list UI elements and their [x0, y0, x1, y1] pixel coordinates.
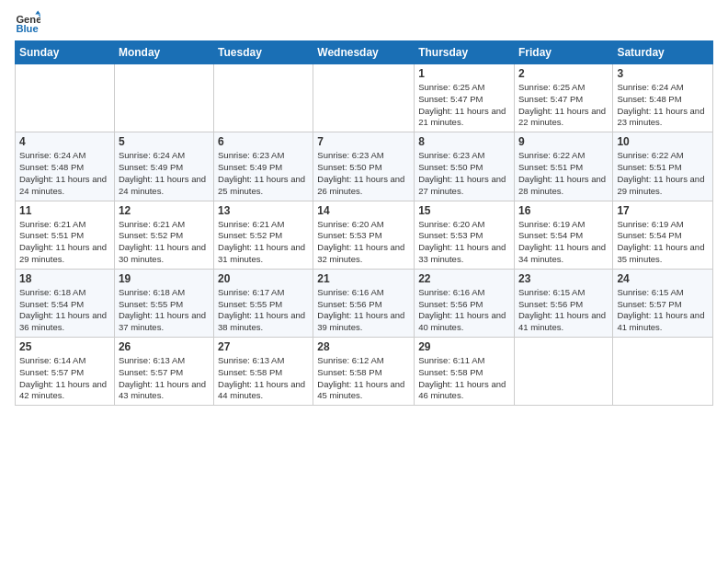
col-header-saturday: Saturday	[613, 41, 713, 64]
calendar-cell: 20Sunrise: 6:17 AM Sunset: 5:55 PM Dayli…	[214, 269, 313, 337]
calendar-cell: 7Sunrise: 6:23 AM Sunset: 5:50 PM Daylig…	[313, 132, 415, 201]
calendar-cell: 19Sunrise: 6:18 AM Sunset: 5:55 PM Dayli…	[114, 269, 213, 337]
calendar-week-4: 18Sunrise: 6:18 AM Sunset: 5:54 PM Dayli…	[16, 269, 713, 337]
day-number: 23	[518, 272, 609, 285]
calendar-cell: 15Sunrise: 6:20 AM Sunset: 5:53 PM Dayli…	[415, 201, 515, 269]
day-info: Sunrise: 6:13 AM Sunset: 5:57 PM Dayligh…	[119, 355, 210, 402]
calendar-cell: 3Sunrise: 6:24 AM Sunset: 5:48 PM Daylig…	[613, 64, 713, 132]
day-info: Sunrise: 6:22 AM Sunset: 5:51 PM Dayligh…	[617, 150, 709, 197]
day-number: 10	[617, 135, 709, 148]
logo: General Blue	[15, 9, 44, 35]
day-number: 22	[418, 272, 510, 285]
day-info: Sunrise: 6:18 AM Sunset: 5:54 PM Dayligh…	[19, 287, 110, 334]
svg-marker-2	[35, 10, 40, 14]
calendar-cell: 12Sunrise: 6:21 AM Sunset: 5:52 PM Dayli…	[114, 201, 213, 269]
calendar-cell	[16, 64, 115, 132]
calendar-cell: 23Sunrise: 6:15 AM Sunset: 5:56 PM Dayli…	[514, 269, 612, 337]
day-number: 13	[218, 204, 309, 217]
day-info: Sunrise: 6:23 AM Sunset: 5:50 PM Dayligh…	[317, 150, 410, 197]
day-number: 18	[19, 272, 110, 285]
day-info: Sunrise: 6:23 AM Sunset: 5:49 PM Dayligh…	[218, 150, 309, 197]
day-number: 11	[19, 204, 110, 217]
calendar-week-1: 1Sunrise: 6:25 AM Sunset: 5:47 PM Daylig…	[16, 64, 713, 132]
header: General Blue	[15, 9, 713, 35]
calendar-cell: 27Sunrise: 6:13 AM Sunset: 5:58 PM Dayli…	[214, 338, 313, 406]
day-number: 25	[19, 340, 110, 353]
day-info: Sunrise: 6:15 AM Sunset: 5:56 PM Dayligh…	[518, 287, 609, 334]
calendar-cell: 28Sunrise: 6:12 AM Sunset: 5:58 PM Dayli…	[313, 338, 415, 406]
logo-icon: General Blue	[15, 9, 40, 35]
day-info: Sunrise: 6:19 AM Sunset: 5:54 PM Dayligh…	[518, 219, 609, 266]
day-number: 26	[119, 340, 210, 353]
day-info: Sunrise: 6:21 AM Sunset: 5:51 PM Dayligh…	[19, 219, 110, 266]
calendar-cell: 14Sunrise: 6:20 AM Sunset: 5:53 PM Dayli…	[313, 201, 415, 269]
svg-text:Blue: Blue	[16, 23, 38, 34]
calendar-cell	[613, 338, 713, 406]
day-info: Sunrise: 6:25 AM Sunset: 5:47 PM Dayligh…	[518, 82, 609, 129]
calendar-table: SundayMondayTuesdayWednesdayThursdayFrid…	[15, 40, 713, 406]
calendar-cell: 9Sunrise: 6:22 AM Sunset: 5:51 PM Daylig…	[514, 132, 612, 201]
day-info: Sunrise: 6:21 AM Sunset: 5:52 PM Dayligh…	[119, 219, 210, 266]
col-header-thursday: Thursday	[415, 41, 515, 64]
day-info: Sunrise: 6:24 AM Sunset: 5:48 PM Dayligh…	[19, 150, 110, 197]
day-number: 16	[518, 204, 609, 217]
calendar-cell: 4Sunrise: 6:24 AM Sunset: 5:48 PM Daylig…	[16, 132, 115, 201]
calendar-cell: 24Sunrise: 6:15 AM Sunset: 5:57 PM Dayli…	[613, 269, 713, 337]
day-info: Sunrise: 6:19 AM Sunset: 5:54 PM Dayligh…	[617, 219, 709, 266]
calendar-cell: 11Sunrise: 6:21 AM Sunset: 5:51 PM Dayli…	[16, 201, 115, 269]
day-info: Sunrise: 6:22 AM Sunset: 5:51 PM Dayligh…	[518, 150, 609, 197]
day-info: Sunrise: 6:16 AM Sunset: 5:56 PM Dayligh…	[317, 287, 410, 334]
day-number: 8	[418, 135, 510, 148]
day-number: 24	[617, 272, 709, 285]
calendar-cell: 16Sunrise: 6:19 AM Sunset: 5:54 PM Dayli…	[514, 201, 612, 269]
calendar-cell: 2Sunrise: 6:25 AM Sunset: 5:47 PM Daylig…	[514, 64, 612, 132]
day-info: Sunrise: 6:25 AM Sunset: 5:47 PM Dayligh…	[418, 82, 510, 129]
calendar-cell: 6Sunrise: 6:23 AM Sunset: 5:49 PM Daylig…	[214, 132, 313, 201]
day-info: Sunrise: 6:20 AM Sunset: 5:53 PM Dayligh…	[418, 219, 510, 266]
day-number: 14	[317, 204, 410, 217]
calendar-cell: 29Sunrise: 6:11 AM Sunset: 5:58 PM Dayli…	[415, 338, 515, 406]
day-info: Sunrise: 6:12 AM Sunset: 5:58 PM Dayligh…	[317, 355, 410, 402]
calendar-cell	[214, 64, 313, 132]
day-info: Sunrise: 6:11 AM Sunset: 5:58 PM Dayligh…	[418, 355, 510, 402]
calendar-cell: 21Sunrise: 6:16 AM Sunset: 5:56 PM Dayli…	[313, 269, 415, 337]
day-number: 9	[518, 135, 609, 148]
day-number: 21	[317, 272, 410, 285]
day-number: 29	[418, 340, 510, 353]
calendar-week-2: 4Sunrise: 6:24 AM Sunset: 5:48 PM Daylig…	[16, 132, 713, 201]
day-number: 3	[617, 67, 709, 80]
calendar-week-3: 11Sunrise: 6:21 AM Sunset: 5:51 PM Dayli…	[16, 201, 713, 269]
day-number: 2	[518, 67, 609, 80]
calendar-cell: 13Sunrise: 6:21 AM Sunset: 5:52 PM Dayli…	[214, 201, 313, 269]
day-info: Sunrise: 6:14 AM Sunset: 5:57 PM Dayligh…	[19, 355, 110, 402]
calendar-cell: 25Sunrise: 6:14 AM Sunset: 5:57 PM Dayli…	[16, 338, 115, 406]
day-number: 19	[119, 272, 210, 285]
calendar-cell: 22Sunrise: 6:16 AM Sunset: 5:56 PM Dayli…	[415, 269, 515, 337]
day-info: Sunrise: 6:24 AM Sunset: 5:48 PM Dayligh…	[617, 82, 709, 129]
day-number: 12	[119, 204, 210, 217]
col-header-friday: Friday	[514, 41, 612, 64]
col-header-monday: Monday	[114, 41, 213, 64]
calendar-page: General Blue SundayMondayTuesdayWednesda…	[0, 0, 728, 563]
calendar-cell	[514, 338, 612, 406]
calendar-cell: 18Sunrise: 6:18 AM Sunset: 5:54 PM Dayli…	[16, 269, 115, 337]
day-info: Sunrise: 6:16 AM Sunset: 5:56 PM Dayligh…	[418, 287, 510, 334]
day-number: 7	[317, 135, 410, 148]
day-info: Sunrise: 6:13 AM Sunset: 5:58 PM Dayligh…	[218, 355, 309, 402]
day-number: 1	[418, 67, 510, 80]
calendar-cell: 26Sunrise: 6:13 AM Sunset: 5:57 PM Dayli…	[114, 338, 213, 406]
day-info: Sunrise: 6:20 AM Sunset: 5:53 PM Dayligh…	[317, 219, 410, 266]
day-info: Sunrise: 6:24 AM Sunset: 5:49 PM Dayligh…	[119, 150, 210, 197]
calendar-cell	[313, 64, 415, 132]
calendar-header-row: SundayMondayTuesdayWednesdayThursdayFrid…	[16, 41, 713, 64]
day-number: 27	[218, 340, 309, 353]
calendar-cell: 1Sunrise: 6:25 AM Sunset: 5:47 PM Daylig…	[415, 64, 515, 132]
day-info: Sunrise: 6:23 AM Sunset: 5:50 PM Dayligh…	[418, 150, 510, 197]
day-number: 20	[218, 272, 309, 285]
calendar-cell: 17Sunrise: 6:19 AM Sunset: 5:54 PM Dayli…	[613, 201, 713, 269]
calendar-cell	[114, 64, 213, 132]
calendar-cell: 5Sunrise: 6:24 AM Sunset: 5:49 PM Daylig…	[114, 132, 213, 201]
calendar-week-5: 25Sunrise: 6:14 AM Sunset: 5:57 PM Dayli…	[16, 338, 713, 406]
day-number: 4	[19, 135, 110, 148]
calendar-cell: 8Sunrise: 6:23 AM Sunset: 5:50 PM Daylig…	[415, 132, 515, 201]
